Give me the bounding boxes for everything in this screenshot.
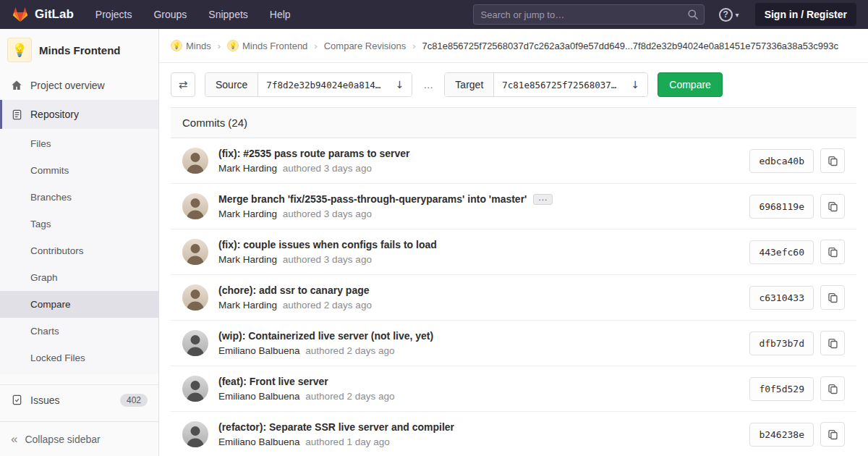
commit-author-link[interactable]: Emiliano Balbuena: [218, 345, 300, 356]
breadcrumb: 💡 Minds › 💡 Minds Frontend › Compare Rev…: [159, 29, 868, 63]
copy-sha-button[interactable]: [820, 285, 845, 310]
commits-count-header: Commits (24): [171, 107, 856, 138]
repository-submenu: Files Commits Branches Tags Contributors…: [0, 129, 158, 374]
help-dropdown[interactable]: ? ▾: [719, 8, 739, 22]
commit-author-link[interactable]: Emiliano Balbuena: [218, 436, 300, 447]
commit-author-link[interactable]: Mark Harding: [218, 163, 277, 174]
commit-row: (chore): add ssr to canary page Mark Har…: [171, 275, 856, 321]
commit-sha-button[interactable]: f0f5d529: [749, 377, 814, 401]
sidebar-item-locked-files[interactable]: Locked Files: [0, 345, 158, 371]
commit-row: (feat): Front live server Emiliano Balbu…: [171, 366, 856, 412]
breadcrumb-group-link[interactable]: Minds: [186, 41, 211, 51]
sidebar-item-tags[interactable]: Tags: [0, 211, 158, 237]
lightbulb-icon: 💡: [12, 43, 27, 58]
commit-title-link[interactable]: (feat): Front live server: [218, 376, 328, 387]
collapse-sidebar-button[interactable]: « Collapse sidebar: [0, 421, 158, 456]
clipboard-icon: [827, 338, 838, 349]
author-avatar: [182, 148, 208, 174]
swap-revisions-button[interactable]: ⇄: [171, 72, 195, 97]
gitlab-tanuki-icon: [12, 6, 29, 23]
copy-sha-button[interactable]: [820, 376, 845, 401]
commit-author-link[interactable]: Mark Harding: [218, 300, 277, 311]
commit-row: Merge branch 'fix/2535-pass-through-quer…: [171, 184, 856, 229]
commit-sha-button[interactable]: edbca40b: [749, 149, 814, 173]
breadcrumb-separator: ›: [218, 41, 221, 51]
commit-title-link[interactable]: (chore): add ssr to canary page: [218, 284, 370, 296]
primary-nav: Projects Groups Snippets Help: [95, 9, 291, 20]
project-avatar-icon: 💡: [227, 40, 239, 51]
clipboard-icon: [827, 201, 838, 212]
down-arrow-icon: ↓: [631, 79, 640, 90]
sidebar-item-compare[interactable]: Compare: [0, 291, 158, 318]
group-avatar-icon: 💡: [171, 40, 182, 51]
commit-title-link[interactable]: (fix): couple issues when configs fails …: [218, 239, 437, 250]
sidebar-item-label: Project overview: [30, 80, 105, 91]
commits-panel: Commits (24) (fix): #2535 pass route par…: [171, 107, 856, 456]
commit-row: (fix): couple issues when configs fails …: [171, 229, 856, 275]
clipboard-icon: [827, 429, 838, 440]
sidebar-item-branches[interactable]: Branches: [0, 184, 158, 211]
commit-sha-button[interactable]: 6968119e: [749, 195, 814, 219]
search-icon[interactable]: [687, 9, 699, 20]
author-avatar: [182, 421, 208, 447]
copy-sha-button[interactable]: [820, 422, 845, 447]
source-ref-dropdown[interactable]: Source 7f8d2e32b94024e0a814… ↓: [205, 72, 412, 97]
breadcrumb-separator: ›: [412, 41, 415, 51]
sidebar-item-graph[interactable]: Graph: [0, 264, 158, 291]
sign-in-register-button[interactable]: Sign in / Register: [755, 3, 856, 26]
target-label: Target: [445, 73, 494, 96]
compare-button[interactable]: Compare: [658, 72, 723, 97]
commit-timestamp: authored 3 days ago: [283, 163, 372, 174]
project-sidebar: 💡 Minds Frontend Project overview Reposi…: [0, 29, 159, 456]
copy-sha-button[interactable]: [820, 240, 845, 264]
down-arrow-icon: ↓: [396, 79, 404, 90]
copy-sha-button[interactable]: [820, 148, 845, 173]
project-header-link[interactable]: 💡 Minds Frontend: [0, 29, 158, 71]
copy-sha-button[interactable]: [820, 194, 845, 219]
commit-title-link[interactable]: (refactor): Separate SSR live server and…: [218, 421, 454, 433]
commit-title-link[interactable]: (wip): Containerized live server (not li…: [218, 330, 433, 342]
expand-commit-description-button[interactable]: ...: [533, 194, 553, 205]
nav-help[interactable]: Help: [270, 9, 291, 20]
commit-title-link[interactable]: Merge branch 'fix/2535-pass-through-quer…: [218, 193, 527, 205]
question-mark-icon: ?: [719, 8, 733, 22]
nav-groups[interactable]: Groups: [153, 9, 187, 20]
commit-timestamp: authored 2 days ago: [283, 300, 372, 311]
commit-author-link[interactable]: Mark Harding: [218, 254, 277, 265]
commit-sha-button[interactable]: dfb73b7d: [749, 332, 814, 355]
sidebar-item-charts[interactable]: Charts: [0, 318, 158, 345]
breadcrumb-current-sha-range: 7c81e856725f72568037d7c262a3a0f9e57dd649…: [422, 41, 838, 51]
commit-sha-button[interactable]: b246238e: [749, 423, 814, 447]
copy-sha-button[interactable]: [820, 331, 845, 355]
breadcrumb-page-link[interactable]: Compare Revisions: [324, 41, 406, 51]
global-search: [473, 4, 705, 25]
sidebar-item-contributors[interactable]: Contributors: [0, 237, 158, 264]
commit-author-link[interactable]: Mark Harding: [218, 208, 277, 219]
nav-snippets[interactable]: Snippets: [208, 9, 247, 20]
commit-sha-button[interactable]: 443efc60: [749, 240, 814, 264]
author-avatar: [182, 330, 208, 356]
breadcrumb-project-link[interactable]: Minds Frontend: [242, 41, 307, 51]
nav-projects[interactable]: Projects: [95, 9, 132, 20]
commit-timestamp: authored 3 days ago: [283, 254, 372, 265]
author-avatar: [182, 193, 208, 219]
project-name: Minds Frontend: [39, 44, 121, 56]
commit-title-link[interactable]: (fix): #2535 pass route params to server: [218, 148, 410, 159]
sidebar-item-issues[interactable]: Issues 402: [0, 384, 158, 413]
clipboard-icon: [827, 156, 838, 166]
sidebar-item-project-overview[interactable]: Project overview: [0, 71, 158, 100]
commit-row: (refactor): Separate SSR live server and…: [171, 412, 856, 456]
sidebar-item-repository[interactable]: Repository: [0, 100, 158, 129]
commit-timestamp: authored 1 day ago: [305, 436, 389, 447]
target-ref-dropdown[interactable]: Target 7c81e856725f72568037… ↓: [444, 72, 648, 97]
commit-author-link[interactable]: Emiliano Balbuena: [218, 391, 300, 402]
source-ref-value: 7f8d2e32b94024e0a814… ↓: [258, 73, 412, 96]
commit-sha-button[interactable]: c6310433: [749, 286, 814, 310]
commit-timestamp: authored 3 days ago: [283, 208, 372, 219]
double-chevron-left-icon: «: [11, 433, 17, 445]
sidebar-item-commits[interactable]: Commits: [0, 157, 158, 184]
search-input[interactable]: [473, 4, 705, 25]
sidebar-item-files[interactable]: Files: [0, 130, 158, 157]
gitlab-home-link[interactable]: GitLab: [12, 6, 74, 23]
repository-icon: [11, 109, 22, 120]
